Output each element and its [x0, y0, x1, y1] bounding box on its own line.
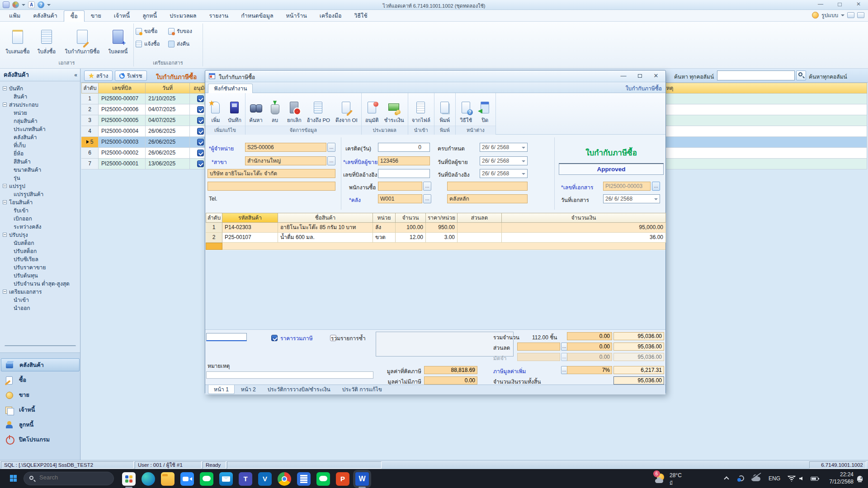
list-column-0[interactable]: ลำดับ	[81, 83, 99, 94]
toolbar-button-บันทึก[interactable]: บันทึก	[225, 94, 244, 126]
menu-tab-1[interactable]: คลังสินค้า	[27, 10, 64, 22]
approved-checkbox[interactable]	[197, 128, 204, 135]
sidebar-collapse-icon[interactable]: «	[74, 69, 77, 81]
volume-muted-icon[interactable]	[799, 477, 802, 480]
toolbar-button-ปิด[interactable]: ปิด	[476, 94, 495, 126]
notification-bell-icon[interactable]	[857, 476, 863, 481]
item-cell-0-2[interactable]: อายิโนะโมะโต๊ะ 85 กรัม 10 บาท	[278, 223, 373, 233]
item-cell-0-6[interactable]	[458, 223, 502, 233]
tree-node-5[interactable]: ประเภทสินค้า	[0, 125, 80, 133]
price-incl-vat-checkbox[interactable]	[271, 335, 278, 341]
toolbar-button-พิมพ์[interactable]: พิมพ์	[435, 94, 454, 126]
list-column-2[interactable]: วันที่	[146, 83, 190, 94]
toolbar-button-ลบ[interactable]: ลบ	[265, 94, 284, 126]
list-column-1[interactable]: เลขที่บิล	[99, 83, 146, 94]
tree-expander-icon[interactable]	[3, 233, 7, 237]
items-column-7[interactable]: จำนวนเงิน	[502, 213, 666, 223]
toolbar-button-ดึงจาก OI[interactable]: ดึงจาก OI	[333, 94, 360, 126]
tree-node-19[interactable]: นับสต็อก	[0, 239, 80, 247]
sync-icon[interactable]	[738, 475, 744, 481]
menu-tab-7[interactable]: รายงาน	[203, 10, 235, 22]
tree-node-22[interactable]: ปรับราคาขาย	[0, 263, 80, 271]
tree-expander-icon[interactable]	[3, 290, 7, 294]
window-layout-icon[interactable]	[847, 12, 854, 18]
tree-node-18[interactable]: ปรับปรุง	[0, 230, 80, 239]
item-cell-1-4[interactable]: 12.00	[396, 233, 426, 243]
maximize-button[interactable]	[830, 0, 849, 9]
ribbon-button-1[interactable]: ใบสั่งซื้อ	[33, 23, 60, 57]
tree-expander-icon[interactable]	[3, 200, 7, 204]
ribbon-button-3[interactable]: ใบลดหนี้	[105, 23, 131, 57]
buyer-field[interactable]	[378, 182, 422, 191]
clock-time[interactable]: 22:24	[828, 471, 854, 478]
tree-expander-icon[interactable]	[3, 103, 7, 107]
menu-tab-9[interactable]: หน้าร้าน	[280, 10, 313, 22]
item-cell-0-4[interactable]: 100.00	[396, 223, 426, 233]
sidebar-nav-1[interactable]: ซื้อ	[1, 373, 80, 386]
tree-node-25[interactable]: เตรียมเอกสาร	[0, 287, 80, 296]
minimize-button[interactable]: —	[811, 0, 830, 9]
format-button[interactable]: รูปแบบ	[821, 11, 838, 19]
approved-checkbox[interactable]	[197, 150, 204, 156]
doc-date-combo[interactable]: 26/ 6/ 2568	[603, 194, 660, 203]
vat-lookup-button[interactable]: ...	[561, 366, 567, 374]
sidebar-splitter[interactable]	[5, 345, 76, 347]
note-input[interactable]	[206, 371, 373, 379]
line-icon[interactable]	[200, 472, 213, 486]
dialog-close-button[interactable]: ✕	[648, 71, 664, 81]
tree-node-3[interactable]: หน่วย	[0, 108, 80, 117]
ribbon-button-0[interactable]: ใบเสนอซื้อ	[4, 23, 32, 57]
item-cell-0-3[interactable]: ลัง	[373, 223, 396, 233]
due-date-combo[interactable]: 26/ 6/ 2568	[480, 143, 528, 152]
word-icon[interactable]: W	[355, 472, 369, 486]
item-cell-1-2[interactable]: น้ำดื่ม 600 มล.	[278, 233, 373, 243]
dialog-page-tab-2[interactable]: ประวัติการวางบิล/ชำระเงิน	[262, 385, 336, 394]
toolbar-button-เพิ่ม[interactable]: เพิ่ม	[206, 94, 225, 126]
tree-node-6[interactable]: คลังสินค้า	[0, 133, 80, 141]
approved-checkbox[interactable]	[197, 139, 204, 145]
clock-date[interactable]: 7/12/2568	[824, 479, 854, 485]
search-input[interactable]	[717, 70, 795, 80]
ref-date-combo[interactable]: 26/ 6/ 2568	[480, 169, 528, 178]
items-column-3[interactable]: หน่วย	[373, 213, 396, 223]
sidebar-nav-4[interactable]: ลูกหนี้	[1, 418, 80, 431]
branch-lookup-button[interactable]: ...	[327, 156, 335, 165]
vscode-icon[interactable]: V	[258, 472, 272, 486]
menu-tab-8[interactable]: กำหนดข้อมูล	[235, 10, 279, 22]
tree-node-17[interactable]: ระหว่างคลัง	[0, 222, 80, 230]
tree-node-15[interactable]: รับเข้า	[0, 206, 80, 214]
vat-rate-cell[interactable]: 7%	[567, 366, 612, 374]
warehouse-field[interactable]: W001	[378, 194, 422, 203]
doc-no-lookup-button[interactable]: ...	[652, 182, 660, 191]
tree-node-4[interactable]: กลุ่มสินค้า	[0, 117, 80, 125]
tree-node-14[interactable]: โอนสินค้า	[0, 198, 80, 206]
onedrive-offline-icon[interactable]	[751, 477, 760, 481]
item-cell-1-6[interactable]	[458, 233, 502, 243]
outlook-icon[interactable]	[219, 472, 233, 486]
refresh-button[interactable]: รีเฟรช	[115, 70, 147, 81]
toolbar-button-อนุมัติ[interactable]: อนุมัติ	[363, 94, 382, 126]
chrome-icon[interactable]	[278, 472, 291, 486]
dialog-page-tab-1[interactable]: หน้า 2	[236, 385, 261, 394]
vendor-bill-date-combo[interactable]: 26/ 6/ 2568	[480, 156, 528, 165]
tree-node-24[interactable]: ปรับจำนวน ต่ำสุด-สูงสุด	[0, 279, 80, 287]
tree-node-10[interactable]: ขนาดสินค้า	[0, 165, 80, 174]
toolbar-button-ชำระเงิน[interactable]: ชำระเงิน	[382, 94, 407, 126]
toolbar-button-วิธีใช้[interactable]: วิธีใช้	[457, 94, 476, 126]
doc-no-field[interactable]: PI25000-00003	[603, 182, 651, 191]
approved-checkbox[interactable]	[197, 117, 204, 124]
calculator-icon[interactable]	[297, 472, 311, 486]
tree-node-20[interactable]: ปรับสต็อก	[0, 247, 80, 255]
tree-node-0[interactable]: บันทึก	[0, 84, 80, 92]
tree-node-26[interactable]: นำเข้า	[0, 296, 80, 304]
item-cell-0-7[interactable]: 95,000.00	[502, 223, 666, 233]
approved-checkbox[interactable]	[197, 160, 204, 167]
items-column-6[interactable]: ส่วนลด	[458, 213, 502, 223]
menu-tab-10[interactable]: เครื่องมือ	[313, 10, 348, 22]
file-explorer-icon[interactable]	[161, 472, 175, 486]
ref-bill-field[interactable]	[378, 169, 430, 178]
item-cell-0-5[interactable]: 950.00	[426, 223, 458, 233]
language-indicator[interactable]: ENG	[769, 475, 780, 482]
create-button[interactable]: สร้าง	[84, 70, 113, 81]
branch-field[interactable]: สำนักงานใหญ่	[245, 156, 326, 165]
